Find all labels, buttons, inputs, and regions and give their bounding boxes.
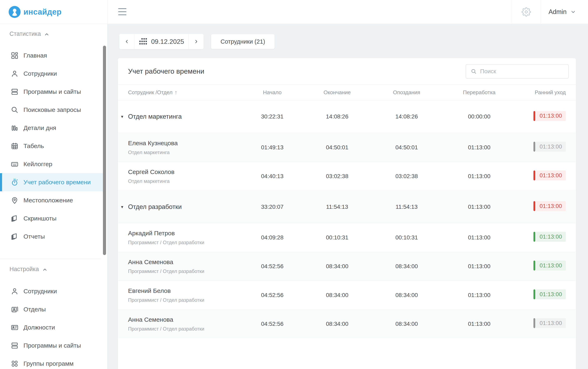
collapse-caret-icon[interactable]: ▾: [121, 114, 128, 119]
statistics-nav: Главная Сотрудники Программы и сайты Пои…: [0, 47, 104, 246]
column-header-end[interactable]: Окончание: [324, 89, 351, 96]
brand[interactable]: инсайдер: [0, 0, 107, 24]
search-input[interactable]: [480, 68, 564, 75]
chevron-right-icon: [194, 39, 199, 44]
date-prev-button[interactable]: [119, 34, 135, 49]
user-menu[interactable]: Admin: [541, 0, 588, 24]
employees-tab[interactable]: Сотрудники (21): [211, 34, 275, 49]
early-leave-badge: 01:13:00: [534, 289, 566, 299]
date-next-button[interactable]: [188, 34, 204, 49]
table-row[interactable]: Евгений БеловПрограммист / Отдел разрабо…: [118, 280, 576, 309]
sidebar-section-statistics[interactable]: Статистика: [0, 30, 107, 37]
table-row[interactable]: Аркадий ПетровПрограммист / Отдел разраб…: [118, 223, 576, 252]
table-row[interactable]: Анна СеменоваПрограммист / Отдел разрабо…: [118, 309, 576, 338]
late-time: 04:50:01: [396, 144, 418, 151]
sidebar-item-departments[interactable]: Отделы: [0, 300, 104, 319]
early-leave-badge: 01:13:00: [534, 201, 566, 211]
sidebar-item-keylogger[interactable]: Кейлоггер: [0, 155, 104, 173]
position-badge-icon: [10, 323, 19, 332]
overtime: 01:13:00: [468, 204, 490, 210]
late-time: 14:08:26: [396, 113, 418, 120]
early-leave-badge: 01:13:00: [534, 232, 566, 242]
collapse-caret-icon[interactable]: ▾: [121, 204, 128, 209]
end-time: 08:34:00: [326, 292, 348, 299]
column-header-start[interactable]: Начало: [263, 89, 282, 96]
date-navigator: 09.12.2025: [119, 34, 204, 49]
early-leave-badge: 01:13:00: [534, 142, 566, 152]
table-header: Сотрудник /Отдел↑ Начало Окончание Опозд…: [118, 85, 576, 100]
start-time: 33:20:07: [261, 204, 284, 210]
late-time: 08:34:00: [396, 263, 418, 270]
sidebar-item-program-groups[interactable]: Группы программ: [0, 355, 104, 369]
table-row[interactable]: Сергей СоколовОтдел маркетинга 04:40:13 …: [118, 162, 576, 190]
toolbar: 09.12.2025 Сотрудники (21): [107, 34, 588, 49]
settings-button[interactable]: [512, 0, 540, 24]
sidebar-item-settings-employees[interactable]: Сотрудники: [0, 282, 104, 300]
sidebar-item-location[interactable]: Местоположение: [0, 191, 104, 209]
person-keyhole-icon: [9, 6, 21, 18]
overtime: 00:00:00: [468, 113, 490, 120]
apps-rows-icon: [10, 87, 19, 96]
column-header-employee[interactable]: Сотрудник /Отдел↑: [128, 89, 241, 96]
department-card-icon: [10, 305, 19, 314]
search-icon: [471, 68, 477, 74]
sidebar-item-programs-sites[interactable]: Программы и сайты: [0, 83, 104, 101]
menu-icon[interactable]: [118, 8, 126, 15]
sidebar-item-positions[interactable]: Должности: [0, 319, 104, 337]
keyboard-icon: [10, 160, 19, 169]
end-time: 04:50:01: [326, 144, 348, 151]
sidebar-item-timesheet[interactable]: Табель: [0, 137, 104, 155]
chevron-left-icon: [124, 39, 129, 44]
sidebar-item-main[interactable]: Главная: [0, 47, 104, 65]
sidebar-item-settings-programs[interactable]: Программы и сайты: [0, 337, 104, 355]
late-time: 11:54:13: [396, 204, 418, 210]
user-name: Admin: [548, 8, 567, 16]
column-header-early-leave[interactable]: Ранний уход: [535, 89, 566, 96]
sidebar-scrollbar[interactable]: [103, 46, 106, 255]
start-time: 04:52:56: [261, 292, 284, 299]
page-title: Учет рабочего времени: [128, 67, 204, 75]
early-leave-badge: 01:13:00: [534, 318, 566, 328]
sidebar-item-screenshots[interactable]: Скриншоты: [0, 209, 104, 228]
screenshots-layers-icon: [10, 214, 19, 223]
sidebar-item-day-details[interactable]: Детали дня: [0, 119, 104, 137]
end-time: 08:34:00: [326, 321, 348, 327]
end-time: 14:08:26: [326, 113, 348, 120]
reports-layers-icon: [10, 232, 19, 241]
table-row[interactable]: Анна СеменоваПрограммист / Отдел разрабо…: [118, 252, 576, 280]
chevron-down-icon: [570, 9, 576, 15]
sidebar-item-time-tracking[interactable]: Учет рабочего времени: [0, 173, 104, 191]
calendar-grid-icon: [139, 37, 148, 46]
column-header-overtime[interactable]: Переработка: [463, 89, 495, 96]
sidebar-divider: [0, 259, 101, 259]
column-header-late[interactable]: Опоздания: [393, 89, 420, 96]
table-row[interactable]: Елена КузнецоваОтдел маркетинга 01:49:13…: [118, 133, 576, 162]
late-time: 00:10:31: [396, 234, 418, 241]
table-row-group[interactable]: ▾Отдел разработки 33:20:07 11:54:13 11:5…: [118, 190, 576, 223]
early-leave-badge: 01:13:00: [534, 170, 566, 180]
gear-icon: [522, 7, 531, 17]
table-row-group[interactable]: ▾Отдел маркетинга 30:22:31 14:08:26 14:0…: [118, 100, 576, 133]
start-time: 30:22:31: [261, 113, 284, 120]
calendar-icon: [10, 142, 19, 150]
overtime: 01:13:00: [468, 234, 490, 241]
overtime: 01:13:00: [468, 173, 490, 180]
day-details-bars-icon: [10, 124, 19, 132]
location-pin-icon: [10, 196, 19, 205]
program-groups-icon: [10, 359, 19, 368]
date-picker[interactable]: 09.12.2025: [135, 34, 188, 49]
late-time: 08:34:00: [396, 321, 418, 327]
person-icon: [10, 287, 19, 296]
early-leave-badge: 01:13:00: [534, 261, 566, 270]
end-time: 03:02:38: [326, 173, 348, 180]
start-time: 04:52:56: [261, 263, 284, 270]
start-time: 04:40:13: [261, 173, 284, 180]
start-time: 04:52:56: [261, 321, 284, 327]
sidebar-item-employees[interactable]: Сотрудники: [0, 65, 104, 83]
sidebar-item-reports[interactable]: Отчеты: [0, 228, 104, 246]
sidebar-section-settings[interactable]: Настройка: [0, 266, 107, 272]
late-time: 03:02:38: [396, 173, 418, 180]
sidebar-item-search-queries[interactable]: Поисковые запросы: [0, 101, 104, 119]
overtime: 01:13:00: [468, 292, 490, 299]
end-time: 00:10:31: [326, 234, 348, 241]
